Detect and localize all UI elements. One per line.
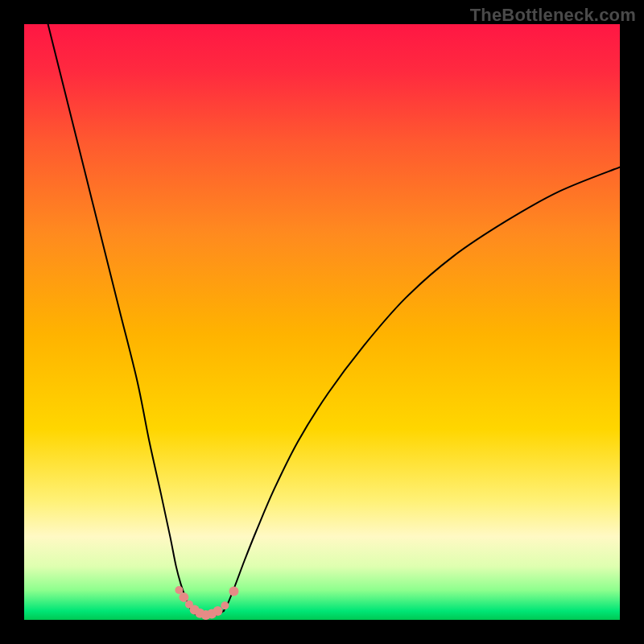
valley-dot [179, 592, 188, 602]
valley-dot [213, 606, 223, 616]
bottleneck-chart [24, 24, 620, 620]
gradient-background [24, 24, 620, 620]
chart-frame [24, 24, 620, 620]
valley-dot [221, 601, 229, 609]
valley-dot [229, 586, 238, 596]
watermark-text: TheBottleneck.com [470, 5, 636, 26]
